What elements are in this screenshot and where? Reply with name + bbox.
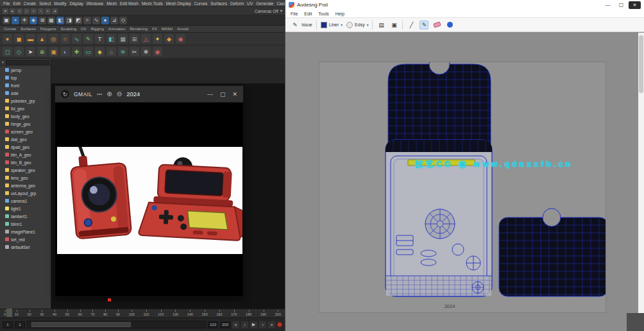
tool-icon[interactable]: ⌗ xyxy=(83,17,91,24)
close-button[interactable]: ✕ xyxy=(232,91,237,98)
shelf-tab[interactable]: Arnold xyxy=(177,27,188,31)
anim-end-field[interactable]: 200 xyxy=(220,321,230,328)
close-button[interactable]: ✕ xyxy=(629,1,641,9)
status-icon[interactable]: ▪ xyxy=(17,8,22,14)
tool-icon[interactable]: ◩ xyxy=(74,17,82,24)
shelf-tool-icon[interactable]: ◉ xyxy=(176,34,185,44)
outliner-item[interactable]: defaultSet xyxy=(0,243,51,251)
step-back-button[interactable]: « xyxy=(232,321,239,328)
shelf-tab[interactable]: Rendering xyxy=(130,27,148,31)
line-tool-button[interactable]: ╱ xyxy=(407,21,416,30)
menu-item[interactable]: Mesh xyxy=(106,1,117,6)
outliner-item[interactable]: camera1 xyxy=(0,197,51,205)
tool-icon[interactable]: ✛ xyxy=(21,17,28,24)
outliner-item[interactable]: lambert1 xyxy=(0,212,51,220)
tool-icon[interactable]: ◈ xyxy=(30,17,37,24)
shelf-tool-icon[interactable]: ▬ xyxy=(26,34,35,44)
menu-item[interactable]: Display xyxy=(69,1,83,6)
menu-item[interactable]: Create xyxy=(24,1,37,6)
shelf-tool-icon[interactable]: ➤ xyxy=(26,47,35,56)
shelf-tool-icon[interactable]: ⌂ xyxy=(106,47,116,56)
shelf-tab[interactable]: Rigging xyxy=(90,27,103,31)
timeline-tick[interactable]: 170 xyxy=(231,309,237,318)
timeline-tick[interactable]: 130 xyxy=(173,309,178,318)
anim-start-field[interactable]: 1 xyxy=(3,321,13,328)
tool-icon[interactable]: ⊿ xyxy=(110,17,118,24)
vertical-scrollbar[interactable] xyxy=(638,33,644,313)
shelf-tool-icon[interactable]: ✎ xyxy=(83,34,93,44)
menu-item[interactable]: Edit xyxy=(304,12,312,16)
pen-tool-button[interactable]: ✎ xyxy=(419,21,428,30)
shelf-tool-icon[interactable]: ▭ xyxy=(83,47,93,56)
shelf-tool-icon[interactable]: ⊕ xyxy=(37,47,47,56)
current-frame-indicator[interactable] xyxy=(6,309,12,317)
maximize-button[interactable]: ▢ xyxy=(220,91,226,98)
shelf-tab[interactable]: UV xyxy=(81,27,86,31)
menu-item[interactable]: Tools xyxy=(318,12,328,16)
timeline-tick[interactable]: 70 xyxy=(90,309,94,318)
outliner-item[interactable]: lens_geo xyxy=(0,174,51,182)
maximize-button[interactable]: ▢ xyxy=(615,1,627,9)
status-icon[interactable]: ▪ xyxy=(45,8,51,14)
menu-item[interactable]: UV xyxy=(247,1,253,6)
timeline-tick[interactable]: 100 xyxy=(129,309,135,318)
shelf-tool-icon[interactable]: ○ xyxy=(60,34,70,44)
edge-style-dropdown[interactable]: Edsy ▾ xyxy=(346,22,368,28)
playback-start-field[interactable]: 1 xyxy=(15,321,25,328)
set-key-button[interactable] xyxy=(277,322,282,327)
shelf-tool-icon[interactable]: T xyxy=(95,34,105,44)
status-icon[interactable]: ▫ xyxy=(38,8,44,14)
shelf-tool-icon[interactable]: ◧ xyxy=(106,34,116,44)
timeline-tick[interactable]: 40 xyxy=(53,309,56,318)
scrollbar-thumb[interactable] xyxy=(639,35,643,93)
outliner-item[interactable]: side xyxy=(0,89,51,97)
menu-item[interactable]: Deform xyxy=(230,1,244,6)
outliner-item[interactable]: dial_geo xyxy=(0,135,51,143)
shelf-tool-icon[interactable]: ▲ xyxy=(37,34,47,44)
zoom-out-icon[interactable]: ⊖ xyxy=(117,90,122,98)
outliner-item[interactable]: persp xyxy=(0,66,51,74)
timeline-tick[interactable]: 110 xyxy=(144,309,149,318)
frame-forward-button[interactable]: › xyxy=(259,321,266,328)
menu-item[interactable]: Help xyxy=(335,12,344,16)
menu-item[interactable]: Windows xyxy=(87,1,103,6)
outliner-item[interactable]: set_red xyxy=(0,235,51,243)
shelf-tool-icon[interactable]: ⊞ xyxy=(130,34,139,44)
menu-item[interactable]: Modify xyxy=(54,1,66,6)
tool-icon[interactable]: ▣ xyxy=(3,17,10,24)
outliner-search-input[interactable] xyxy=(6,60,49,65)
brush-color-button[interactable] xyxy=(445,21,454,30)
outliner-item[interactable]: hinge_geo xyxy=(0,120,51,128)
timeline-tick[interactable]: 120 xyxy=(158,309,164,318)
timeline-tick[interactable]: 190 xyxy=(260,309,266,318)
outliner-item[interactable]: btn_B_geo xyxy=(0,158,51,166)
range-slider[interactable] xyxy=(27,321,206,328)
menu-item[interactable]: Edit xyxy=(13,1,20,6)
minimize-button[interactable]: — xyxy=(207,91,213,98)
shelf-tool-icon[interactable]: ◇ xyxy=(14,47,24,56)
timeline-tick[interactable]: 160 xyxy=(216,309,222,318)
frame-back-button[interactable]: ‹ xyxy=(241,321,248,328)
shelf-tab[interactable]: Animation xyxy=(108,27,126,31)
more-options-icon[interactable]: ••• xyxy=(97,91,102,97)
step-forward-button[interactable]: » xyxy=(268,321,275,328)
timeline-tick[interactable]: 150 xyxy=(202,309,208,318)
timeline-tick[interactable]: 90 xyxy=(116,309,120,318)
shelf-tool-icon[interactable]: ● xyxy=(3,34,12,44)
tool-icon[interactable]: ◧ xyxy=(56,17,64,24)
outliner-item[interactable]: blinn1 xyxy=(0,220,51,228)
status-icon[interactable]: ▾ xyxy=(3,8,8,14)
tool-icon[interactable]: ⌖ xyxy=(12,17,19,24)
timeline-tick[interactable]: 30 xyxy=(40,309,44,318)
outliner-item[interactable]: antenna_geo xyxy=(0,182,51,189)
timeline-tick[interactable]: 0 xyxy=(4,309,6,318)
uv-canvas[interactable]: 2024 xyxy=(319,62,606,312)
timeline-tick[interactable]: 60 xyxy=(78,309,82,318)
shelf-tool-icon[interactable]: ≋ xyxy=(118,47,128,56)
menu-item[interactable]: File xyxy=(291,12,298,16)
timeline-tick[interactable]: 200 xyxy=(275,309,281,318)
menu-item[interactable]: Select xyxy=(39,1,51,6)
outliner-item[interactable]: screen_geo xyxy=(0,128,51,135)
outliner-item[interactable]: pokedex_grp xyxy=(0,97,51,105)
menu-item[interactable]: Cache xyxy=(276,1,285,6)
